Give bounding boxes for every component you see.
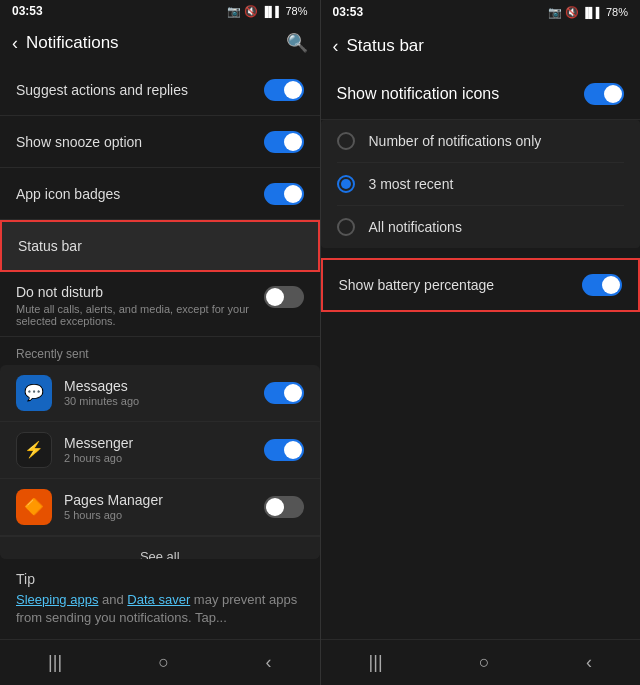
pages-info: Pages Manager 5 hours ago [64, 492, 264, 521]
messages-name: Messages [64, 378, 264, 394]
nav-home-left[interactable]: ○ [142, 648, 185, 677]
pages-icon: 🔶 [16, 489, 52, 525]
messenger-emoji: ⚡ [24, 440, 44, 459]
pages-name: Pages Manager [64, 492, 264, 508]
see-all-button[interactable]: See all [0, 536, 320, 559]
messages-toggle[interactable] [264, 382, 304, 404]
page-title-right: Status bar [347, 36, 629, 56]
messages-icon: 💬 [16, 375, 52, 411]
signal-icon: ▐▌▌ [261, 6, 282, 17]
messenger-info: Messenger 2 hours ago [64, 435, 264, 464]
recently-sent-label: Recently sent [0, 337, 320, 365]
battery-left: 78% [285, 5, 307, 17]
snooze-toggle[interactable] [264, 131, 304, 153]
nav-bar-left: ||| ○ ‹ [0, 639, 320, 685]
messenger-toggle[interactable] [264, 439, 304, 461]
right-panel: 03:53 📷 🔇 ▐▌▌ 78% ‹ Status bar Show noti… [321, 0, 641, 685]
pages-time: 5 hours ago [64, 509, 264, 521]
radio-3-recent[interactable]: 3 most recent [337, 163, 625, 206]
messages-info: Messages 30 minutes ago [64, 378, 264, 407]
dnd-sub: Mute all calls, alerts, and media, excep… [16, 303, 256, 327]
left-panel: 03:53 📷 🔇 ▐▌▌ 78% ‹ Notifications 🔍 Sugg… [0, 0, 320, 685]
messages-emoji: 💬 [24, 383, 44, 402]
show-notif-item: Show notification icons [321, 68, 641, 120]
back-button-right[interactable]: ‹ [333, 36, 339, 57]
top-bar-right: ‹ Status bar [321, 24, 641, 68]
mute-icon-right: 🔇 [565, 6, 579, 19]
messages-time: 30 minutes ago [64, 395, 264, 407]
status-icons-left: 📷 🔇 ▐▌▌ 78% [227, 5, 307, 18]
battery-right: 78% [606, 6, 628, 18]
suggest-toggle[interactable] [264, 79, 304, 101]
nav-menu-left[interactable]: ||| [32, 648, 78, 677]
battery-percentage-item: Show battery percentage [321, 258, 641, 312]
messenger-name: Messenger [64, 435, 264, 451]
nav-back-right[interactable]: ‹ [570, 648, 608, 677]
messenger-icon: ⚡ [16, 432, 52, 468]
sleeping-apps-link[interactable]: Sleeping apps [16, 592, 98, 607]
tip-mid: and [102, 592, 127, 607]
nav-menu-right[interactable]: ||| [353, 648, 399, 677]
pages-toggle[interactable] [264, 496, 304, 518]
badges-item: App icon badges [0, 168, 320, 220]
tip-section: Tip Sleeping apps and Data saver may pre… [0, 559, 320, 639]
mute-icon: 🔇 [244, 5, 258, 18]
status-bar-right: 03:53 📷 🔇 ▐▌▌ 78% [321, 0, 641, 24]
battery-percentage-toggle[interactable] [582, 274, 622, 296]
status-icons-right: 📷 🔇 ▐▌▌ 78% [548, 6, 628, 19]
messenger-time: 2 hours ago [64, 452, 264, 464]
data-saver-link[interactable]: Data saver [127, 592, 190, 607]
dnd-item: Do not disturb Mute all calls, alerts, a… [0, 272, 320, 337]
show-notif-label: Show notification icons [337, 85, 500, 103]
app-pages: 🔶 Pages Manager 5 hours ago [0, 479, 320, 536]
radio-group: Number of notifications only 3 most rece… [321, 120, 641, 248]
radio-circle-recent [337, 175, 355, 193]
nav-home-right[interactable]: ○ [463, 648, 506, 677]
snooze-label: Show snooze option [16, 134, 264, 150]
status-bar-left: 03:53 📷 🔇 ▐▌▌ 78% [0, 0, 320, 23]
nav-back-left[interactable]: ‹ [249, 648, 287, 677]
radio-number-only[interactable]: Number of notifications only [337, 120, 625, 163]
back-button-left[interactable]: ‹ [12, 33, 18, 54]
camera-icon-right: 📷 [548, 6, 562, 19]
tip-text: Sleeping apps and Data saver may prevent… [16, 591, 304, 627]
statusbar-label: Status bar [18, 238, 302, 254]
dnd-toggle[interactable] [264, 286, 304, 308]
show-notif-toggle[interactable] [584, 83, 624, 105]
suggest-item: Suggest actions and replies [0, 64, 320, 116]
time-right: 03:53 [333, 5, 364, 19]
nav-bar-right: ||| ○ ‹ [321, 639, 641, 685]
badges-label: App icon badges [16, 186, 264, 202]
radio-circle-all [337, 218, 355, 236]
top-bar-left: ‹ Notifications 🔍 [0, 23, 320, 64]
radio-circle-number [337, 132, 355, 150]
battery-percentage-label: Show battery percentage [339, 277, 583, 293]
dnd-label: Do not disturb [16, 284, 256, 300]
pages-emoji: 🔶 [24, 497, 44, 516]
app-messages: 💬 Messages 30 minutes ago [0, 365, 320, 422]
radio-label-recent: 3 most recent [369, 176, 454, 192]
radio-label-all: All notifications [369, 219, 462, 235]
statusbar-item[interactable]: Status bar [0, 220, 320, 272]
suggest-label: Suggest actions and replies [16, 82, 264, 98]
search-button-left[interactable]: 🔍 [286, 32, 308, 54]
signal-icon-right: ▐▌▌ [582, 7, 603, 18]
radio-all[interactable]: All notifications [337, 206, 625, 248]
app-messenger: ⚡ Messenger 2 hours ago [0, 422, 320, 479]
page-title-left: Notifications [26, 33, 286, 53]
snooze-item: Show snooze option [0, 116, 320, 168]
tip-title: Tip [16, 571, 304, 587]
time-left: 03:53 [12, 4, 43, 18]
badges-toggle[interactable] [264, 183, 304, 205]
radio-label-number: Number of notifications only [369, 133, 542, 149]
camera-icon: 📷 [227, 5, 241, 18]
right-spacer [321, 312, 641, 639]
